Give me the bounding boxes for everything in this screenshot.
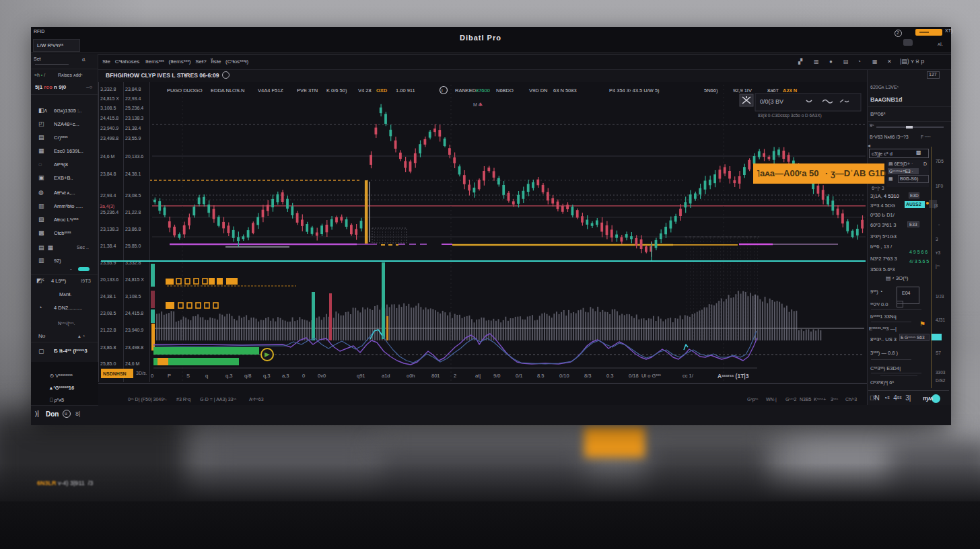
svg-text:21,38.4: 21,38.4 [100,244,116,248]
svg-text:EDDA NLOS.N: EDDA NLOS.N [211,87,244,94]
svg-text:0: 0 [302,373,305,379]
svg-text:8a6T: 8a6T [767,87,779,94]
svg-text:3,108.5: 3,108.5 [100,106,116,110]
svg-text:22,93.4: 22,93.4 [125,96,141,101]
svg-text:23,138.3: 23,138.3 [100,227,118,231]
svg-text:23,940.9: 23,940.9 [100,126,118,131]
svg-text:#3 Rˢq: #3 Rˢq [176,397,190,402]
svg-text:0/18: 0/18 [629,373,639,379]
svg-text:WN-|: WN-| [766,397,777,402]
svg-text:V4 28: V4 28 [358,87,372,94]
svg-text:25,236.4: 25,236.4 [100,210,118,215]
svg-text:N6BDO: N6BDO [496,87,514,94]
svg-text:PVE 3TN: PVE 3TN [297,87,318,94]
svg-text:0/10: 0/10 [559,373,569,379]
svg-text:RANKED: RANKED [455,87,477,94]
svg-text:Kˢˢˢˢ+: Kˢˢˢˢ+ [814,397,826,402]
svg-text:21,22.8: 21,22.8 [125,210,141,215]
svg-text:23,08.5: 23,08.5 [100,311,116,316]
svg-text:23,86.8: 23,86.8 [100,345,116,350]
svg-text:q,3: q,3 [225,373,232,379]
svg-text:a1d: a1d [382,373,390,379]
svg-text:P: P [168,373,171,379]
svg-text:0.3: 0.3 [606,373,613,379]
svg-text:63 N 5083: 63 N 5083 [553,87,577,94]
svg-text:25,236.4: 25,236.4 [125,106,143,110]
svg-text:24,38.1: 24,38.1 [125,172,141,176]
svg-text:0v0: 0v0 [318,373,326,379]
svg-text:0/0(3 BV: 0/0(3 BV [760,98,783,105]
svg-text:23,138.3: 23,138.3 [125,116,143,120]
svg-text:Gˢpˢˢ: Gˢpˢˢ [747,397,759,402]
svg-text:N3B5: N3B5 [800,397,812,402]
svg-text:q/8: q/8 [244,373,251,379]
svg-text:Aˢˢˢʳˢˢ (1T|3: Aˢˢˢʳˢˢ (1T|3 [718,373,749,379]
svg-text:P4 354 3› 43.5 U/W 5): P4 354 3› 43.5 U/W 5) [609,87,660,94]
svg-text:A23 N: A23 N [783,87,797,94]
svg-text:Gˢˢˢ2: Gˢˢˢ2 [785,397,797,402]
svg-text:V4A4 F51Z: V4A4 F51Z [258,87,283,94]
svg-text:23,498.8: 23,498.8 [125,345,143,350]
svg-text:83(8 0-C3Dcssp 3c5o o: 83(8 0-C3Dcssp 3c5o o D 6A3X) [758,113,822,118]
svg-text:24,6 M: 24,6 M [125,361,140,366]
svg-text:K 0/6 50): K 0/6 50) [326,87,347,94]
svg-text:21,22.8: 21,22.8 [100,328,116,332]
svg-text:3,332.8: 3,332.8 [100,87,116,92]
svg-text:25,85.0: 25,85.0 [125,244,141,248]
svg-text:8.5: 8.5 [537,373,544,379]
svg-text:cc 1/: cc 1/ [682,373,694,379]
svg-text:0/1: 0/1 [516,373,522,379]
svg-text:21,38.4: 21,38.4 [125,126,141,131]
svg-text:23,498.8: 23,498.8 [100,136,118,141]
svg-text:Ch/ˢ3: Ch/ˢ3 [845,397,857,402]
svg-text:25,85.0: 25,85.0 [100,361,116,366]
svg-text:24,415.8: 24,415.8 [125,311,143,316]
svg-text:20,133.6: 20,133.6 [125,154,143,159]
svg-text:0: 0 [151,373,153,379]
svg-text:NSDNHSN: NSDNHSN [103,371,127,376]
svg-text:24,815 X: 24,815 X [100,96,119,101]
svg-text:23,940.9: 23,940.9 [125,328,143,332]
svg-text:24,815 X: 24,815 X [125,277,144,282]
svg-text:24,38.1: 24,38.1 [100,294,116,299]
svg-text:3ˢˢˢ: 3ˢˢˢ [831,397,839,402]
svg-text:PUGO DUOGO: PUGO DUOGO [167,87,203,94]
svg-text:24,6 M: 24,6 M [100,154,115,159]
svg-text:23,84.8: 23,84.8 [100,172,116,176]
svg-text:24,415.8: 24,415.8 [100,116,118,120]
svg-text:q,3: q,3 [263,373,270,379]
svg-text:92,9 1IV: 92,9 1IV [733,87,752,94]
svg-text:Ul o Gˢˢˢ: Ul o Gˢˢˢ [641,373,661,379]
svg-text:a,3: a,3 [282,373,289,379]
svg-text:22,93.4: 22,93.4 [100,193,116,198]
svg-text:801: 801 [431,373,440,379]
svg-text:1.00 911: 1.00 911 [396,87,415,94]
svg-text:q: q [205,373,208,379]
svg-text:23,55.9: 23,55.9 [125,136,141,141]
svg-text:o0h: o0h [407,373,415,379]
svg-text:S: S [186,373,190,379]
svg-text:at|: at| [475,373,481,379]
svg-text:2: 2 [454,373,456,379]
svg-text:3D/s.: 3D/s. [136,371,147,375]
svg-text:87600: 87600 [476,87,490,94]
svg-text:0ˢˢ D| (F50| 3049ˢ-: 0ˢˢ D| (F50| 3049ˢ- [128,397,168,402]
svg-text:q91: q91 [357,373,365,379]
svg-text:8/3: 8/3 [584,373,591,379]
svg-text:G-D = | AA3) 33ˢˢ: G-D = | AA3) 33ˢˢ [200,397,237,402]
svg-text:23,86.8: 23,86.8 [125,227,141,231]
svg-text:3a,4(3): 3a,4(3) [100,204,114,209]
svg-text:5N66): 5N66) [704,87,718,94]
svg-text:V9D DN: V9D DN [529,87,548,94]
svg-text:20,133.6: 20,133.6 [100,277,118,282]
svg-text:23,84.8: 23,84.8 [125,87,141,92]
svg-text:23,08.5: 23,08.5 [125,193,141,198]
svg-text:Aˢfˢˢ63: Aˢfˢˢ63 [249,397,264,402]
svg-text:3,108.5: 3,108.5 [125,294,141,299]
svg-text:9/0: 9/0 [493,373,500,379]
svg-text:OXD: OXD [376,87,388,94]
